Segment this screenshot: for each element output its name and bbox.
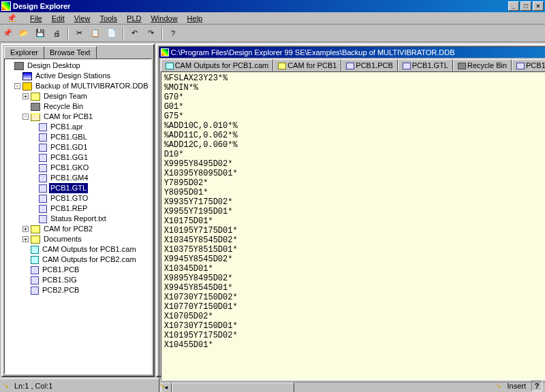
horizontal-scrollbar[interactable]: ◄ ► — [161, 382, 545, 392]
paste-button[interactable]: 📄 — [104, 26, 119, 41]
document-tab[interactable]: PCB1.GTL — [512, 59, 545, 71]
editor-line[interactable]: %ADD10C,0.010*% — [164, 121, 545, 131]
editor-line[interactable]: %ADD11C,0.062*% — [164, 131, 545, 140]
editor-line[interactable]: D10* — [164, 150, 545, 159]
tree-node[interactable]: Active Design Stations — [6, 71, 150, 81]
menu-window[interactable]: Window — [146, 13, 181, 24]
editor-line[interactable]: X10705D02* — [164, 312, 545, 321]
tree-label[interactable]: CAM for PCB2 — [42, 224, 94, 234]
tree-node[interactable]: PCB1.PCB — [6, 265, 150, 275]
editor-line[interactable]: X9945Y8545D01* — [164, 283, 545, 293]
tree-node[interactable]: +CAM for PCB2 — [6, 224, 150, 234]
editor-line[interactable]: X10195Y7175D02* — [164, 331, 545, 340]
menu-file[interactable]: File — [26, 13, 46, 24]
editor-line[interactable]: X9995Y8495D02* — [164, 159, 545, 169]
tree-label[interactable]: CAM Outputs for PCB1.cam — [41, 244, 138, 255]
editor-line[interactable]: X10395Y8095D01* — [164, 169, 545, 178]
tree-label[interactable]: PCB1.GKO — [49, 163, 90, 173]
help-grip-icon[interactable]: ? — [531, 380, 542, 391]
editor-line[interactable]: Y7895D02* — [164, 178, 545, 188]
print-button[interactable]: 🖨 — [49, 26, 64, 41]
tree-label[interactable]: CAM Outputs for PCB2.cam — [41, 255, 138, 265]
editor-line[interactable]: %MOIN*% — [164, 83, 545, 93]
editor-line[interactable]: X10730Y7150D02* — [164, 293, 545, 302]
tree-node[interactable]: PCB1.apr — [6, 122, 150, 132]
editor-line[interactable]: X9935Y7175D02* — [164, 197, 545, 207]
save-button[interactable]: 💾 — [33, 26, 48, 41]
editor-line[interactable]: G75* — [164, 112, 545, 121]
tree-label[interactable]: PCB1.PCB — [41, 265, 80, 275]
tree-label[interactable]: PCB1.SIG — [41, 275, 78, 285]
tree-node[interactable]: -Backup of MULTIVIBRATOR.DDB — [6, 81, 150, 91]
tree-label[interactable]: CAM for PCB1 — [42, 112, 94, 122]
tree-node[interactable]: CAM Outputs for PCB1.cam — [6, 244, 150, 255]
tree-label[interactable]: Backup of MULTIVIBRATOR.DDB — [34, 81, 150, 91]
editor-line[interactable]: X9895Y8495D02* — [164, 274, 545, 283]
tree-view[interactable]: Design DesktopActive Design Stations-Bac… — [4, 59, 152, 374]
tab-explorer[interactable]: Explorer — [4, 46, 44, 59]
editor-line[interactable]: X10345D01* — [164, 264, 545, 274]
tree-label[interactable]: PCB2.PCB — [41, 285, 80, 295]
tree-node[interactable]: PCB1.GTL — [6, 183, 150, 193]
tree-node[interactable]: Status Report.txt — [6, 214, 150, 224]
tree-node[interactable]: PCB1.GM4 — [6, 173, 150, 183]
editor-line[interactable]: %FSLAX23Y23*% — [164, 74, 545, 83]
editor-line[interactable]: G70* — [164, 93, 545, 102]
tree-node[interactable]: PCB1.GTO — [6, 193, 150, 203]
tree-label[interactable]: PCB1.REP — [49, 203, 89, 214]
editor-line[interactable]: X9955Y7195D01* — [164, 207, 545, 216]
document-tab[interactable]: Recycle Bin — [453, 59, 512, 71]
editor-content[interactable]: %FSLAX23Y23*%%MOIN*%G70*G01*G75*%ADD10C,… — [164, 74, 545, 350]
close-button[interactable]: × — [533, 1, 544, 11]
help-button[interactable]: ? — [166, 26, 181, 41]
document-tab[interactable]: PCB1.PCB — [341, 59, 397, 71]
tree-label[interactable]: Active Design Stations — [34, 71, 112, 81]
tree-label[interactable]: Design Team — [42, 91, 89, 101]
editor-line[interactable]: X10175D01* — [164, 216, 545, 226]
tab-browse-text[interactable]: Browse Text — [44, 46, 97, 59]
toolbar-pin-icon[interactable]: 📌 — [3, 29, 12, 37]
tree-label[interactable]: PCB1.apr — [49, 122, 84, 132]
editor-line[interactable]: X10375Y8515D01* — [164, 245, 545, 255]
minimize-button[interactable]: _ — [508, 1, 519, 11]
tree-node[interactable]: PCB1.SIG — [6, 275, 150, 285]
copy-button[interactable]: 📋 — [88, 26, 103, 41]
tree-label[interactable]: Recycle Bin — [42, 101, 84, 112]
editor-line[interactable]: X10345Y8545D02* — [164, 235, 545, 245]
pin-icon[interactable]: 📌 — [3, 12, 20, 24]
tree-label[interactable]: PCB1.GBL — [49, 132, 89, 142]
editor-line[interactable]: X10730Y7150D01* — [164, 321, 545, 331]
document-tab[interactable]: CAM Outputs for PCB1.cam — [161, 59, 274, 71]
menu-edit[interactable]: Edit — [48, 13, 69, 24]
hscroll-thumb[interactable] — [172, 382, 294, 392]
tree-node[interactable]: CAM Outputs for PCB2.cam — [6, 255, 150, 265]
menu-tools[interactable]: Tools — [95, 13, 121, 24]
tree-node[interactable]: PCB1.GKO — [6, 163, 150, 173]
tree-node[interactable]: +Documents — [6, 234, 150, 244]
tree-label[interactable]: Design Desktop — [26, 61, 82, 71]
tree-toggle[interactable]: - — [22, 114, 29, 120]
tree-label[interactable]: PCB1.GM4 — [49, 173, 90, 183]
tree-node[interactable]: PCB1.GBL — [6, 132, 150, 142]
editor-line[interactable]: X9945Y8545D02* — [164, 255, 545, 264]
tree-node[interactable]: Design Desktop — [6, 61, 150, 71]
menu-pld[interactable]: PLD — [123, 13, 145, 24]
editor-line[interactable]: X10770Y7150D01* — [164, 302, 545, 312]
tree-node[interactable]: PCB1.GD1 — [6, 142, 150, 152]
tree-label[interactable]: PCB1.GTL — [49, 183, 88, 193]
tree-label[interactable]: PCB1.GD1 — [49, 142, 89, 152]
tree-label[interactable]: PCB1.GTO — [49, 193, 89, 203]
tree-toggle[interactable]: + — [22, 236, 29, 242]
tree-label[interactable]: Documents — [42, 234, 83, 244]
tree-node[interactable]: PCB1.GG1 — [6, 152, 150, 163]
menu-help[interactable]: Help — [183, 13, 207, 24]
editor-line[interactable]: G01* — [164, 102, 545, 112]
undo-button[interactable]: ↶ — [127, 26, 142, 41]
tree-node[interactable]: PCB1.REP — [6, 203, 150, 214]
tree-node[interactable]: Recycle Bin — [6, 101, 150, 112]
tree-toggle[interactable]: - — [14, 83, 20, 89]
tree-node[interactable]: -CAM for PCB1 — [6, 112, 150, 122]
editor-line[interactable]: Y8095D01* — [164, 188, 545, 197]
tree-node[interactable]: PCB2.PCB — [6, 285, 150, 295]
text-editor[interactable]: %FSLAX23Y23*%%MOIN*%G70*G01*G75*%ADD10C,… — [161, 71, 545, 380]
